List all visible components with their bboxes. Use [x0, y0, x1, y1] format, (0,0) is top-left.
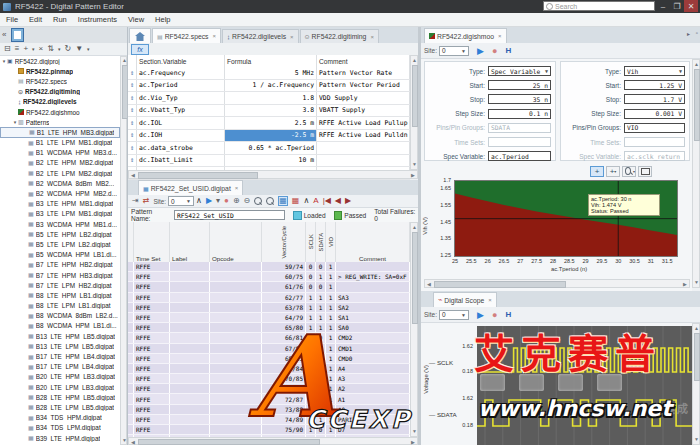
toolbar-icon[interactable]: ▦ — [278, 196, 288, 206]
field-input[interactable]: VIO — [624, 123, 685, 133]
specs-hscroll-thumb[interactable] — [138, 172, 258, 179]
toolbar-icon[interactable]: ▶ — [206, 197, 212, 205]
tree-item-pattern[interactable]: ▦B34_TDS_LPM.digipat — [0, 423, 120, 433]
toolbar-icon[interactable]: ● — [224, 197, 229, 205]
spec-formula-cell[interactable]: -2.5 m — [225, 130, 317, 142]
table-row[interactable]: RFFE62/77111SA3 — [128, 293, 410, 303]
scroll-up-icon[interactable]: ▲ — [412, 225, 417, 230]
tab-specs[interactable]: ▤RF5422.specs× — [152, 28, 221, 43]
close-icon[interactable]: × — [498, 33, 502, 39]
run-shmoo-icon[interactable]: ▶ — [477, 46, 484, 56]
shmoo-hscroll-thumb[interactable] — [434, 281, 566, 288]
scope-tab[interactable]: ⌁ Digital Scope × — [433, 292, 497, 307]
save-icon[interactable]: H — [505, 310, 511, 319]
shmoo-plot[interactable] — [454, 180, 678, 257]
spec-formula-cell[interactable]: 2.5 m — [225, 117, 317, 129]
scroll-right-icon[interactable]: ▶ — [683, 282, 687, 287]
specs-col-variable[interactable]: Section.Variable — [137, 55, 225, 67]
record-icon[interactable]: ● — [492, 310, 497, 320]
pat-col-opcode[interactable]: Opcode — [210, 222, 262, 262]
pat-col-timeset[interactable]: Time Set — [134, 222, 170, 262]
tree-item-pattern[interactable]: ▦B3_WCDMA_HPM_MB1.d... — [0, 219, 120, 229]
field-input[interactable]: 35 n — [488, 94, 551, 104]
tree-item-pattern[interactable]: ▦B2_WCDMA_8dBm_MB2... — [0, 178, 120, 188]
tree-item-pattern[interactable]: ▦B20_LTE_LPM_LB3.digipat — [0, 382, 120, 392]
table-row[interactable]: ⇕dc.IOH-2.5 mRFFE Active Load Pulldn — [128, 130, 410, 143]
list-view-icon[interactable]: ⊟ — [4, 45, 11, 53]
scope-vscroll-thumb[interactable] — [694, 333, 700, 381]
collapse-panel-icon[interactable]: « — [2, 31, 6, 39]
tree-item-pattern[interactable]: ▦B5_WCDMA_HPM_LB1.di... — [0, 250, 120, 260]
field-input[interactable]: 1.25 V — [624, 80, 685, 90]
sort-icon[interactable]: ⇅ — [47, 45, 54, 53]
minimize-button[interactable]: – — [656, 0, 670, 12]
left-splitter[interactable] — [127, 27, 128, 445]
refresh-icon[interactable]: ↻ — [64, 45, 71, 53]
pattern-name-input[interactable]: RF5422_Set_USID — [174, 210, 285, 220]
table-row[interactable]: ⇕dc.IOL2.5 mRFFE Active Load Pullup — [128, 117, 410, 130]
toolbar-icon[interactable]: ⊕ — [233, 197, 240, 205]
shmoo-vscroll-thumb[interactable] — [694, 69, 700, 141]
tree-item-pattern[interactable]: ▦B2_LTE_LPM_MB2.digipat — [0, 168, 120, 178]
toolbar-icon[interactable]: ◀ — [335, 197, 341, 205]
pan-tool-icon[interactable] — [638, 166, 652, 177]
scope-vscrollbar[interactable]: ▲ ▼ — [692, 323, 700, 445]
tab-digitiming[interactable]: ⊙RF5422.digitiming× — [300, 29, 379, 43]
toolbar-icon[interactable]: ⇥ — [132, 197, 139, 205]
scroll-down-icon[interactable]: ▼ — [694, 437, 699, 442]
tree-item-pattern[interactable]: ▦B3_LTE_HPM_MB1.digipat — [0, 199, 120, 209]
menu-item-file[interactable]: File — [6, 15, 18, 24]
tree-item-pattern[interactable]: ▦B8_LTE_LPM_LB1.digipat — [0, 301, 120, 311]
table-row[interactable]: RFFE65/80111SA0 — [128, 323, 410, 333]
tab-digilevels[interactable]: ↨RF5422.digilevels× — [222, 29, 299, 43]
spec-formula-cell[interactable]: 1.8 — [225, 92, 317, 104]
tree-item-pattern[interactable]: ▦B7_LTE_HPM_HB3.digipat — [0, 270, 120, 280]
type-select[interactable]: Vih▼ — [624, 66, 685, 76]
magnifier-icon[interactable] — [254, 197, 262, 205]
magnifier-icon[interactable] — [266, 197, 274, 205]
pat-col-sdata[interactable]: SDATA — [316, 222, 326, 262]
type-select[interactable]: Spec Variable▼ — [488, 66, 551, 76]
tree-item-patterns-folder[interactable]: ▾▥Patterns — [0, 117, 120, 127]
tree-item-pattern[interactable]: ▦B13_LTE_HPM_LB5.digipat — [0, 331, 120, 341]
tree-item-digilevels[interactable]: ↨RF5422.digilevels — [0, 97, 120, 107]
menu-item-view[interactable]: View — [128, 15, 144, 24]
specs-vscrollbar[interactable]: ▲ ▼ — [410, 55, 418, 170]
filter-dropdown-icon[interactable]: ▾ — [87, 47, 90, 52]
toolbar-icon[interactable]: ∧ — [196, 197, 202, 205]
tree-item-pattern[interactable]: ▦B17_LTE_LPM_LB4.digipat — [0, 362, 120, 372]
menu-item-help[interactable]: Help — [155, 15, 170, 24]
digipat-vscrollbar[interactable]: ▲ ▼ — [410, 222, 418, 437]
tree-item-pattern[interactable]: ▦B2_WCDMA_HPM_MB2.d... — [0, 188, 120, 198]
search-input[interactable]: Search — [543, 1, 655, 11]
tree-item-pattern[interactable]: ▦B7_LTE_LPM_HB2.digipat — [0, 280, 120, 290]
digipat-hscrollbar[interactable]: ◀ ▶ — [128, 437, 418, 445]
tree-item-pattern[interactable]: ▦B3_LTE_LPM_MB1.digipat — [0, 209, 120, 219]
run-scope-icon[interactable]: ▶ — [477, 310, 484, 320]
field-input[interactable]: 0.1 n — [488, 109, 551, 119]
table-row[interactable]: RFFE73/88111A0 — [128, 405, 410, 415]
tree-item-pattern[interactable]: ▦B34_TDS_HPM.digipat — [0, 413, 120, 423]
tree-item-pattern[interactable]: ▦B28_LTE_HPM_LB5.digipat — [0, 392, 120, 402]
sort-dropdown-icon[interactable]: ▾ — [58, 47, 61, 52]
scroll-down-icon[interactable]: ▼ — [412, 162, 417, 167]
tree-item-pattern[interactable]: ▦B39_LTE_HPM.digipat — [0, 433, 120, 443]
menu-icon[interactable]: ≡ — [15, 45, 20, 53]
spec-formula-cell[interactable]: 0.65 * ac.Tperiod — [225, 142, 317, 154]
scroll-right-icon[interactable]: ▶ — [411, 173, 415, 178]
pat-col-label[interactable]: Label — [170, 222, 210, 262]
scroll-left-icon[interactable]: ◀ — [131, 440, 135, 445]
tree-item-pattern[interactable]: ▦B8_WCDMA_8dBm_LB2.d... — [0, 311, 120, 321]
save-icon[interactable]: H — [505, 46, 511, 55]
record-icon[interactable]: ● — [492, 46, 497, 56]
shmoo-hscrollbar[interactable]: ◀ ▶ — [424, 279, 690, 288]
digipat-hscroll-thumb[interactable] — [138, 439, 320, 445]
scroll-left-icon[interactable]: ◀ — [427, 282, 431, 287]
table-row[interactable]: ⇕dc.Vio_Typ1.8VDD Supply — [128, 92, 410, 105]
field-input[interactable]: 25 n — [488, 80, 551, 90]
toolbar-icon[interactable]: ⊖ — [244, 197, 251, 205]
spec-formula-cell[interactable]: 5 MHz — [225, 67, 317, 79]
zoom-tool-icon[interactable]: ▾ — [622, 166, 636, 177]
spec-formula-cell[interactable]: 1 / ac.Frequency — [225, 80, 317, 92]
spec-formula-cell[interactable]: 3.8 — [225, 105, 317, 117]
